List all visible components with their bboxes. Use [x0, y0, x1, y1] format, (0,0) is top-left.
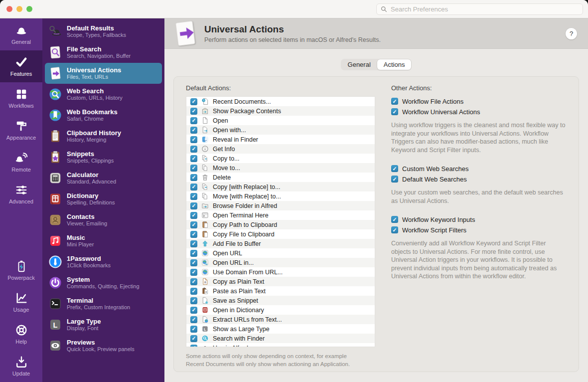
action-row[interactable]: ✓Recent Documents...	[186, 97, 375, 106]
action-row[interactable]: ✓Use in Alfred...	[186, 343, 375, 347]
option-workflow-script-filters[interactable]: ✓Workflow Script Filters	[391, 225, 567, 235]
rail-item-remote[interactable]: Remote	[0, 146, 42, 178]
checkbox-checked[interactable]: ✓	[190, 269, 197, 276]
checkbox-checked[interactable]: ✓	[190, 184, 197, 191]
action-row[interactable]: ✓Delete	[186, 173, 375, 182]
checkbox-checked[interactable]: ✓	[190, 221, 197, 228]
rail-item-usage[interactable]: Usage	[0, 286, 42, 318]
action-row[interactable]: ✓Get Info	[186, 144, 375, 154]
sidebar-item-clipboard-history[interactable]: Clipboard HistoryHistory, Merging	[45, 126, 162, 147]
checkbox-checked[interactable]: ✓	[190, 212, 197, 219]
rail-item-workflows[interactable]: Workflows	[0, 82, 42, 114]
sidebar-item-universal-actions[interactable]: Universal ActionsFiles, Text, URLs	[45, 63, 162, 84]
checkbox-checked[interactable]: ✓	[391, 216, 398, 223]
sidebar-item-web-bookmarks[interactable]: Web BookmarksSafari, Chrome	[45, 105, 162, 126]
action-row[interactable]: ✓Open URL	[186, 248, 375, 258]
checkbox-checked[interactable]: ✓	[190, 98, 197, 105]
checkbox-checked[interactable]: ✓	[190, 326, 197, 333]
close-button[interactable]	[6, 6, 12, 12]
action-row[interactable]: ✓Copy Path to Clipboard	[186, 220, 375, 229]
action-row[interactable]: ✓Save as Snippet	[186, 296, 375, 305]
checkbox-checked[interactable]: ✓	[190, 288, 197, 295]
checkbox-checked[interactable]: ✓	[190, 307, 197, 314]
sidebar-item-calculator[interactable]: CalculatorStandard, Advanced	[45, 168, 162, 189]
rail-item-update[interactable]: Update	[0, 350, 42, 382]
option-workflow-keyword-inputs[interactable]: ✓Workflow Keyword Inputs	[391, 214, 567, 224]
sidebar-item-previews[interactable]: PreviewsQuick Look, Preview panels	[45, 335, 162, 356]
action-row[interactable]: ✓Open in Dictionary	[186, 305, 375, 315]
sidebar-item-dictionary[interactable]: DictionarySpelling, Definitions	[45, 189, 162, 209]
rail-item-advanced[interactable]: Advanced	[0, 178, 42, 210]
sidebar-item-file-search[interactable]: File SearchSearch, Navigation, Buffer	[45, 42, 162, 63]
action-row[interactable]: ✓Browse Folder in Alfred	[186, 201, 375, 210]
checkbox-checked[interactable]: ✓	[190, 202, 197, 209]
sidebar-item-music[interactable]: MusicMini Player	[45, 230, 162, 251]
sidebar-item-1password[interactable]: 1Password1Click Bookmarks	[45, 251, 162, 272]
action-row[interactable]: ✓Move to...	[186, 163, 375, 173]
sidebar-item-terminal[interactable]: TerminalPrefix, Custom Integration	[45, 293, 162, 314]
checkbox-checked[interactable]: ✓	[391, 226, 398, 233]
checkbox-checked[interactable]: ✓	[190, 297, 197, 304]
action-row[interactable]: ✓Open Terminal Here	[186, 210, 375, 220]
rail-item-general[interactable]: General	[0, 18, 42, 50]
tab-general[interactable]: General	[341, 59, 377, 70]
rail-item-help[interactable]: Help	[0, 318, 42, 350]
checkbox-checked[interactable]: ✓	[391, 98, 398, 105]
checkbox-checked[interactable]: ✓	[391, 165, 398, 172]
checkbox-checked[interactable]: ✓	[190, 240, 197, 247]
action-row[interactable]: ✓Open	[186, 116, 375, 125]
action-row[interactable]: ✓aPaste as Plain Text	[186, 286, 375, 296]
sidebar-item-snippets[interactable]: SnippetsSnippets, Clippings	[45, 147, 162, 168]
rail-item-powerpack[interactable]: Powerpack	[0, 254, 42, 286]
minimize-button[interactable]	[16, 6, 22, 12]
checkbox-checked[interactable]: ✓	[391, 176, 398, 183]
checkbox-checked[interactable]: ✓	[391, 108, 398, 115]
checkbox-checked[interactable]: ✓	[190, 108, 197, 115]
option-workflow-file-actions[interactable]: ✓Workflow File Actions	[391, 96, 567, 106]
checkbox-checked[interactable]: ✓	[190, 259, 197, 266]
checkbox-checked[interactable]: ✓	[190, 136, 197, 143]
checkbox-checked[interactable]: ✓	[190, 127, 197, 134]
checkbox-checked[interactable]: ✓	[190, 117, 197, 124]
option-default-web-searches[interactable]: ✓Default Web Searches	[391, 174, 567, 184]
checkbox-checked[interactable]: ✓	[190, 250, 197, 257]
checkbox-checked[interactable]: ✓	[190, 335, 197, 342]
default-actions-list[interactable]: ✓Recent Documents...✓Show Package Conten…	[186, 96, 375, 347]
sidebar-item-default-results[interactable]: Default ResultsScope, Types, Fallbacks	[45, 21, 162, 42]
checkbox-checked[interactable]: ✓	[190, 345, 197, 348]
sidebar-item-system[interactable]: SystemCommands, Quitting, Ejecting	[45, 272, 162, 293]
sidebar-item-contacts[interactable]: ContactsViewer, Emailing	[45, 209, 162, 230]
checkbox-checked[interactable]: ✓	[190, 155, 197, 162]
option-custom-web-searches[interactable]: ✓Custom Web Searches	[391, 164, 567, 174]
checkbox-checked[interactable]: ✓	[190, 193, 197, 200]
sidebar-item-large-type[interactable]: LLarge TypeDisplay, Font	[45, 314, 162, 335]
action-row[interactable]: ✓aCopy as Plain Text	[186, 277, 375, 286]
action-row[interactable]: ✓Copy [with Replace] to...	[186, 182, 375, 191]
checkbox-checked[interactable]: ✓	[190, 165, 197, 172]
checkbox-checked[interactable]: ✓	[190, 316, 197, 323]
tab-actions[interactable]: Actions	[377, 59, 412, 70]
help-button[interactable]: ?	[566, 28, 577, 39]
option-workflow-universal-actions[interactable]: ✓Workflow Universal Actions	[391, 107, 567, 117]
zoom-button[interactable]	[26, 6, 32, 12]
action-row[interactable]: ✓Add File to Buffer	[186, 239, 375, 248]
search-input[interactable]	[390, 5, 579, 13]
sidebar-item-web-search[interactable]: Web SearchCustom, URLs, History	[45, 84, 162, 105]
action-row[interactable]: ✓Extract URLs from Text...	[186, 315, 375, 324]
checkbox-checked[interactable]: ✓	[190, 231, 197, 238]
action-row[interactable]: ✓Reveal in Finder	[186, 135, 375, 144]
action-row[interactable]: ✓Show Package Contents	[186, 106, 375, 116]
action-row[interactable]: ✓Use Domain From URL...	[186, 267, 375, 277]
action-row[interactable]: ✓Open with...	[186, 125, 375, 135]
checkbox-checked[interactable]: ✓	[190, 278, 197, 285]
checkbox-checked[interactable]: ✓	[190, 146, 197, 153]
action-row[interactable]: ✓Move [with Replace] to...	[186, 191, 375, 201]
checkbox-checked[interactable]: ✓	[190, 174, 197, 181]
rail-item-features[interactable]: Features	[0, 50, 42, 82]
search-field[interactable]	[376, 3, 583, 15]
action-row[interactable]: ✓Search with Finder	[186, 334, 375, 343]
action-row[interactable]: ✓Copy to...	[186, 154, 375, 163]
action-row[interactable]: ✓Open URL in...	[186, 258, 375, 267]
rail-item-appearance[interactable]: Appearance	[0, 114, 42, 146]
action-row[interactable]: ✓LShow as Large Type	[186, 324, 375, 334]
